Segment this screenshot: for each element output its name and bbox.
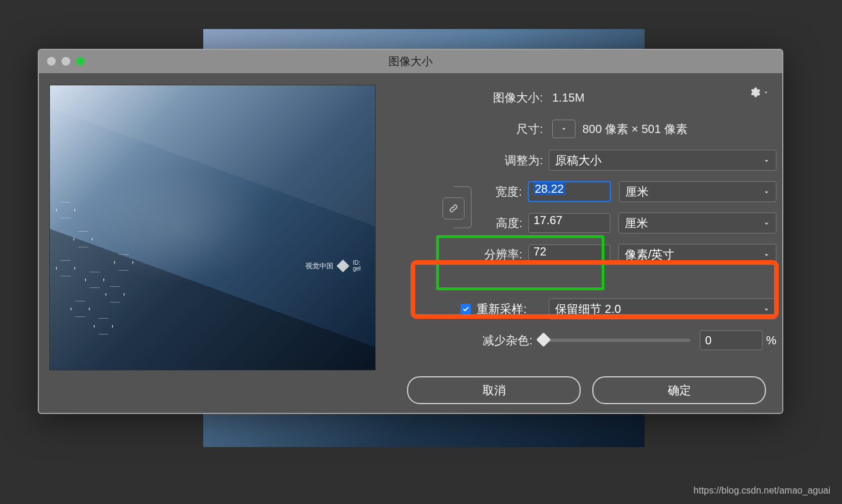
settings-panel: 图像大小: 1.15M 尺寸: 800 像素 × 501 像素 调整为: 原稿大…	[387, 82, 776, 404]
dimensions-row: 尺寸: 800 像素 × 501 像素	[387, 113, 776, 145]
height-unit-value: 厘米	[625, 215, 648, 231]
fit-to-row: 调整为: 原稿大小	[387, 145, 776, 176]
overlay-hexagon-icon	[56, 260, 75, 277]
overlay-hexagon-icon	[105, 286, 125, 303]
width-unit-select[interactable]: 厘米	[619, 181, 776, 202]
zoom-window-button[interactable]	[76, 57, 85, 66]
resample-method-select[interactable]: 保留细节 2.0	[549, 298, 776, 319]
minimize-window-button[interactable]	[62, 57, 70, 66]
overlay-hexagon-icon	[56, 201, 75, 219]
watermark-id-value: gel	[353, 266, 361, 272]
resample-method-value: 保留细节 2.0	[555, 301, 621, 317]
ok-button[interactable]: 确定	[592, 376, 766, 404]
window-controls	[47, 57, 85, 66]
preview-image: 视觉中国 ID: gel	[49, 85, 376, 370]
chevron-down-icon	[762, 218, 771, 231]
reduce-noise-label: 减少杂色:	[387, 333, 538, 348]
resolution-unit-value: 像素/英寸	[625, 247, 675, 262]
resolution-row: 分辨率: 72 像素/英寸	[387, 239, 776, 270]
image-size-dialog: 图像大小 视觉中国 ID: gel 图像大小: 1.15M 尺寸:	[38, 49, 783, 414]
chevron-down-icon	[762, 186, 771, 200]
dialog-buttons: 取消 确定	[387, 376, 766, 404]
chevron-down-icon	[762, 249, 771, 262]
resolution-label: 分辨率:	[387, 247, 528, 262]
overlay-hexagon-icon	[70, 300, 90, 318]
dimensions-unit-dropdown[interactable]	[552, 120, 575, 138]
width-input[interactable]: 28.22	[528, 181, 611, 202]
dimensions-value: 800 像素 × 501 像素	[582, 121, 688, 137]
resolution-unit-select[interactable]: 像素/英寸	[618, 244, 776, 265]
watermark-logo-icon	[337, 260, 350, 272]
stock-watermark: 视觉中国 ID: gel	[305, 260, 361, 272]
resample-label: 重新采样:	[477, 301, 527, 317]
height-unit-select[interactable]: 厘米	[618, 213, 776, 233]
fit-to-value: 原稿大小	[555, 153, 602, 168]
settings-menu-button[interactable]	[749, 87, 769, 98]
image-size-row: 图像大小: 1.15M	[387, 82, 776, 113]
titlebar: 图像大小	[39, 50, 782, 73]
source-credit: https://blog.csdn.net/amao_aguai	[693, 485, 830, 496]
fit-to-label: 调整为:	[387, 153, 549, 168]
reduce-noise-value-input[interactable]: 0	[700, 330, 762, 350]
overlay-hexagon-icon	[114, 254, 134, 271]
image-size-label: 图像大小:	[387, 90, 549, 106]
overlay-hexagon-icon	[85, 271, 105, 289]
image-size-value: 1.15M	[552, 91, 585, 105]
close-window-button[interactable]	[47, 57, 56, 66]
height-input[interactable]: 17.67	[528, 213, 610, 233]
link-icon-button[interactable]	[442, 197, 465, 219]
resample-row: 重新采样: 保留细节 2.0	[387, 293, 776, 325]
slider-thumb[interactable]	[536, 332, 550, 347]
dimensions-label: 尺寸:	[387, 121, 549, 137]
reduce-noise-slider[interactable]	[538, 339, 690, 342]
overlay-hexagon-icon	[93, 318, 113, 335]
resolution-input[interactable]: 72	[528, 244, 610, 264]
fit-to-select[interactable]: 原稿大小	[549, 150, 776, 171]
overlay-hexagon-icon	[73, 231, 93, 248]
percent-suffix: %	[766, 334, 776, 347]
constrain-proportions-link	[454, 186, 472, 228]
chevron-down-icon	[762, 155, 771, 168]
watermark-brand: 视觉中国	[305, 261, 333, 271]
chevron-down-icon	[762, 304, 771, 317]
resample-checkbox[interactable]	[460, 304, 471, 314]
cancel-button[interactable]: 取消	[407, 376, 581, 404]
width-unit-value: 厘米	[625, 184, 649, 200]
reduce-noise-row: 减少杂色: 0 %	[387, 325, 776, 356]
window-title: 图像大小	[388, 55, 433, 67]
